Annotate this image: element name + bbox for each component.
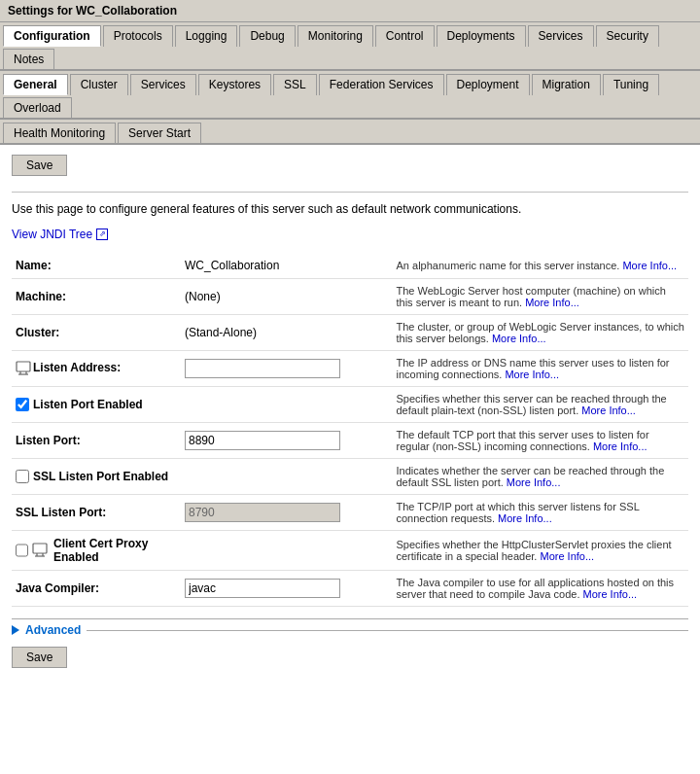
tab-config-control[interactable]: Control — [375, 25, 435, 47]
tab-services[interactable]: Services — [130, 74, 196, 95]
intro-text: Use this page to configure general featu… — [12, 198, 688, 220]
field-desc-4: Specifies whether this server can be rea… — [393, 387, 689, 423]
title-bar: Settings for WC_Collaboration — [0, 0, 700, 22]
tab-ssl[interactable]: SSL — [273, 74, 317, 95]
table-row: Java Compiler:The Java compiler to use f… — [12, 571, 688, 607]
checkbox-listen-port-enabled[interactable] — [16, 398, 29, 411]
svg-rect-4 — [33, 544, 47, 553]
tab-health-monitoring[interactable]: Health Monitoring — [3, 123, 116, 143]
tab-general[interactable]: General — [3, 74, 68, 95]
tab-deployment[interactable]: Deployment — [446, 74, 530, 95]
content-area: Save Use this page to configure general … — [0, 145, 700, 687]
tab-row-3: Health MonitoringServer Start — [0, 120, 700, 145]
svg-rect-0 — [17, 362, 30, 371]
more-info-link-9[interactable]: More Info... — [583, 588, 638, 600]
tab-server-start[interactable]: Server Start — [118, 123, 201, 143]
jndi-link[interactable]: View JNDI Tree ⇗ — [12, 228, 108, 241]
more-info-link-3[interactable]: More Info... — [505, 369, 559, 380]
field-label-9: Java Compiler: — [16, 581, 99, 595]
tab-cluster[interactable]: Cluster — [70, 74, 128, 95]
tab-config-debug[interactable]: Debug — [239, 25, 295, 47]
field-input-7 — [185, 503, 340, 522]
tab-row-2: GeneralClusterServicesKeystoresSSLFedera… — [0, 71, 700, 120]
tab-config-services[interactable]: Services — [528, 25, 594, 47]
tab-row-1: ConfigurationProtocolsLoggingDebugMonito… — [0, 22, 700, 71]
field-desc-8: Specifies whether the HttpClusterServlet… — [393, 531, 689, 571]
tab-tuning[interactable]: Tuning — [603, 74, 659, 95]
field-label-1: Machine: — [16, 290, 66, 303]
tab-migration[interactable]: Migration — [532, 74, 601, 95]
field-value-2: (Stand-Alone) — [185, 326, 257, 339]
field-desc-1: The WebLogic Server host computer (machi… — [393, 279, 689, 315]
more-info-link-1[interactable]: More Info... — [525, 297, 579, 308]
field-desc-6: Indicates whether the server can be reac… — [393, 459, 689, 495]
tab-config-deployments[interactable]: Deployments — [437, 25, 526, 47]
field-label-3: Listen Address: — [33, 361, 121, 374]
save-button-bottom[interactable]: Save — [12, 647, 67, 668]
tab-config-monitoring[interactable]: Monitoring — [298, 25, 373, 47]
field-input-3[interactable] — [185, 359, 340, 378]
network-icon — [16, 361, 33, 374]
advanced-section[interactable]: Advanced — [12, 618, 688, 637]
field-desc-0: An alphanumeric name for this server ins… — [393, 253, 689, 279]
field-desc-9: The Java compiler to use for all applica… — [393, 571, 689, 607]
more-info-link-4[interactable]: More Info... — [581, 405, 636, 416]
field-value-0: WC_Collaboration — [185, 259, 279, 272]
window-title: Settings for WC_Collaboration — [8, 4, 177, 18]
jndi-label: View JNDI Tree — [12, 228, 92, 241]
field-label-7: SSL Listen Port: — [16, 506, 106, 519]
tab-config-notes[interactable]: Notes — [3, 49, 54, 69]
more-info-link-6[interactable]: More Info... — [507, 476, 561, 488]
table-row: Listen Port:The default TCP port that th… — [12, 423, 688, 459]
tab-config-security[interactable]: Security — [596, 25, 659, 47]
table-row: Client Cert Proxy EnabledSpecifies wheth… — [12, 531, 688, 571]
field-label-2: Cluster: — [16, 326, 59, 339]
jndi-icon: ⇗ — [96, 229, 108, 240]
table-row: Cluster:(Stand-Alone)The cluster, or gro… — [12, 315, 688, 351]
advanced-label: Advanced — [25, 623, 81, 637]
tab-config-configuration[interactable]: Configuration — [3, 25, 101, 47]
tab-federation-services[interactable]: Federation Services — [319, 74, 444, 95]
field-desc-5: The default TCP port that this server us… — [393, 423, 689, 459]
table-row: SSL Listen Port EnabledIndicates whether… — [12, 459, 688, 495]
field-input-9[interactable] — [185, 579, 340, 598]
field-desc-3: The IP address or DNS name this server u… — [393, 351, 689, 387]
tab-config-protocols[interactable]: Protocols — [103, 25, 173, 47]
checkbox-ssl-listen-port-enabled[interactable] — [16, 470, 29, 483]
table-row: SSL Listen Port:The TCP/IP port at which… — [12, 495, 688, 531]
field-input-5[interactable] — [185, 431, 340, 450]
table-row: Listen Address:The IP address or DNS nam… — [12, 351, 688, 387]
table-row: Name:WC_CollaborationAn alphanumeric nam… — [12, 253, 688, 279]
tab-config-logging[interactable]: Logging — [175, 25, 238, 47]
advanced-triangle-icon — [12, 625, 19, 635]
more-info-link-5[interactable]: More Info... — [593, 440, 648, 452]
checkbox-client-cert-proxy-enabled[interactable] — [16, 544, 28, 557]
field-desc-2: The cluster, or group of WebLogic Server… — [393, 315, 689, 351]
more-info-link-0[interactable]: More Info... — [622, 260, 677, 271]
more-info-link-2[interactable]: More Info... — [492, 333, 546, 344]
field-label-0: Name: — [16, 259, 52, 272]
save-button-top[interactable]: Save — [12, 155, 67, 176]
field-value-1: (None) — [185, 290, 221, 303]
table-row: Machine:(None)The WebLogic Server host c… — [12, 279, 688, 315]
tab-overload[interactable]: Overload — [3, 97, 72, 118]
field-label-5: Listen Port: — [16, 434, 81, 447]
form-table: Name:WC_CollaborationAn alphanumeric nam… — [12, 253, 688, 607]
network-icon — [32, 543, 50, 558]
more-info-link-7[interactable]: More Info... — [498, 512, 552, 524]
table-row: Listen Port EnabledSpecifies whether thi… — [12, 387, 688, 423]
field-desc-7: The TCP/IP port at which this server lis… — [393, 495, 689, 531]
more-info-link-8[interactable]: More Info... — [540, 550, 594, 562]
tab-keystores[interactable]: Keystores — [198, 74, 271, 95]
